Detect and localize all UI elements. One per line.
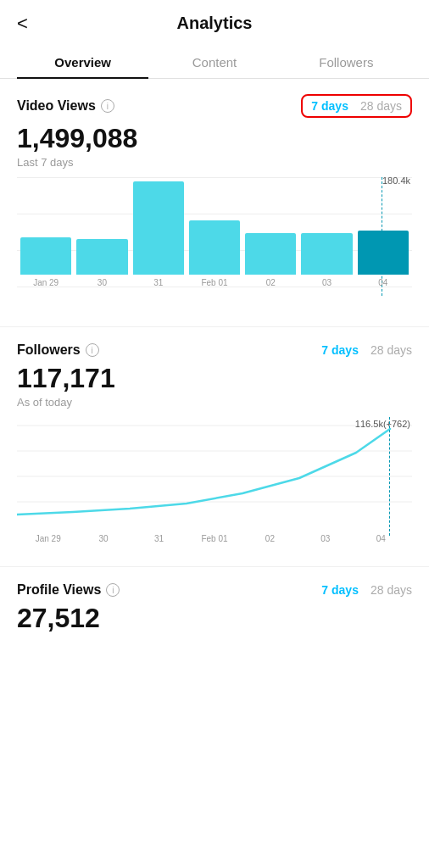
followers-info-icon[interactable]: i	[86, 343, 99, 357]
back-button[interactable]: <	[17, 13, 28, 35]
bar-col: 04	[358, 177, 409, 287]
bar[interactable]	[358, 231, 409, 275]
profile-views-7day-btn[interactable]: 7 days	[321, 583, 359, 597]
bar-col: 02	[245, 177, 296, 287]
followers-chart: 116.5k(+762) Jan 293031Feb 01020304	[17, 417, 412, 553]
bar-label: 04	[378, 278, 387, 287]
tab-bar: Overview Content Followers	[0, 47, 429, 79]
video-views-section: Video Views i 7 days 28 days 1,499,088 L…	[0, 79, 429, 313]
line-chart-label: 31	[131, 534, 187, 543]
bar-col: 03	[301, 177, 352, 287]
video-views-28day-btn[interactable]: 28 days	[360, 99, 402, 113]
tab-content[interactable]: Content	[148, 47, 280, 78]
followers-header: Followers i 7 days 28 days	[17, 342, 412, 358]
profile-views-info-icon[interactable]: i	[106, 583, 120, 597]
video-views-period-toggle: 7 days 28 days	[301, 94, 412, 118]
video-views-chart: 180.4k Jan 293031Feb 01020304	[17, 177, 412, 313]
bar[interactable]	[20, 237, 71, 275]
bar-label: 03	[322, 278, 332, 287]
tab-overview[interactable]: Overview	[17, 47, 148, 78]
line-chart-label: 30	[75, 534, 131, 543]
followers-value: 117,171	[17, 363, 412, 394]
line-chart-label: 04	[354, 534, 409, 543]
video-views-7day-btn[interactable]: 7 days	[311, 99, 348, 113]
video-views-value: 1,499,088	[17, 123, 412, 154]
followers-sublabel: As of today	[17, 396, 412, 409]
bar-col: 31	[133, 177, 184, 287]
line-chart-label: 02	[242, 534, 298, 543]
profile-views-section: Profile Views i 7 days 28 days 27,512	[0, 567, 429, 634]
video-views-header: Video Views i 7 days 28 days	[17, 94, 412, 118]
video-views-info-icon[interactable]: i	[101, 99, 114, 113]
followers-7day-btn[interactable]: 7 days	[321, 343, 359, 357]
profile-views-period-toggle: 7 days 28 days	[321, 583, 412, 597]
line-chart-labels: Jan 293031Feb 01020304	[17, 534, 412, 543]
bar-label: Feb 01	[201, 278, 227, 287]
bar[interactable]	[301, 233, 352, 275]
bar-chart-bars: Jan 293031Feb 01020304	[17, 177, 412, 287]
bar-label: 02	[266, 278, 276, 287]
line-chart-label: 03	[298, 534, 353, 543]
bar[interactable]	[189, 220, 240, 275]
followers-period-toggle: 7 days 28 days	[321, 343, 412, 357]
line-chart-dashed-line	[389, 417, 390, 536]
profile-views-28day-btn[interactable]: 28 days	[370, 583, 412, 597]
bar-label: Jan 29	[33, 278, 58, 287]
profile-views-value: 27,512	[17, 603, 412, 634]
bar[interactable]	[245, 233, 296, 275]
followers-title: Followers	[17, 342, 81, 358]
followers-28day-btn[interactable]: 28 days	[370, 343, 412, 357]
header: < Analytics	[0, 0, 429, 47]
bar-col: 30	[76, 177, 127, 287]
video-views-title: Video Views	[17, 98, 96, 114]
line-chart-label: Jan 29	[20, 534, 75, 543]
bar-label: 30	[98, 278, 107, 287]
video-views-title-row: Video Views i	[17, 98, 114, 114]
video-views-sublabel: Last 7 days	[17, 156, 412, 169]
line-chart-label: Feb 01	[187, 534, 242, 543]
line-chart-svg	[17, 417, 412, 527]
bar[interactable]	[133, 181, 184, 275]
profile-views-title-row: Profile Views i	[17, 582, 120, 598]
page-title: Analytics	[177, 14, 253, 33]
profile-views-header: Profile Views i 7 days 28 days	[17, 582, 412, 598]
followers-title-row: Followers i	[17, 342, 99, 358]
line-chart-tooltip: 116.5k(+762)	[355, 419, 410, 429]
profile-views-title: Profile Views	[17, 582, 101, 598]
bar-col: Feb 01	[189, 177, 240, 287]
bar[interactable]	[76, 239, 127, 275]
bar-label: 31	[153, 278, 163, 287]
tab-followers[interactable]: Followers	[281, 47, 412, 78]
followers-section: Followers i 7 days 28 days 117,171 As of…	[0, 327, 429, 553]
bar-col: Jan 29	[20, 177, 71, 287]
